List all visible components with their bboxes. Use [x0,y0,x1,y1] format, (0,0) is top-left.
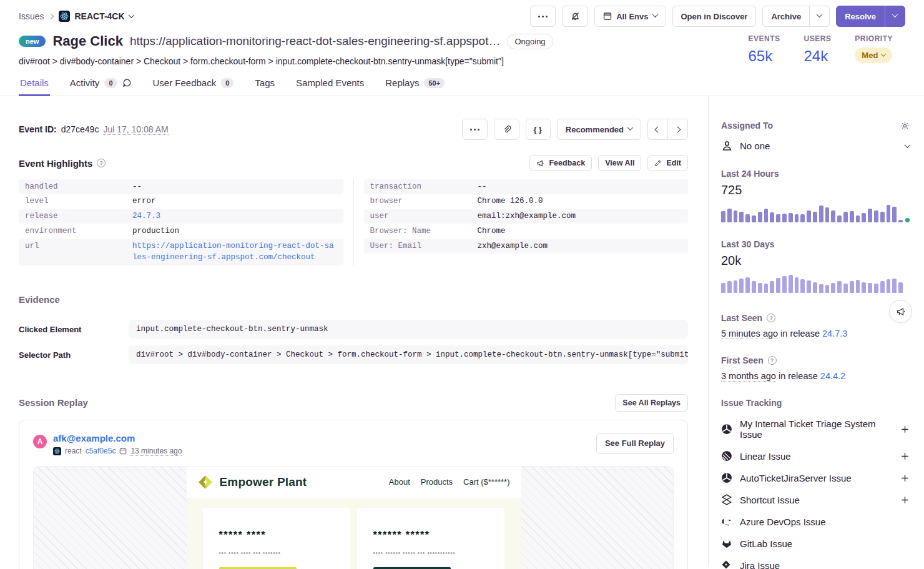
mute-alerts-button[interactable] [562,6,588,27]
plus-icon[interactable] [900,425,910,434]
open-in-discover-button[interactable]: Open in Discover [672,6,757,27]
plus-icon[interactable] [900,452,910,461]
release-link[interactable]: 24.7.3 [132,210,160,222]
highlight-row: Browser: NameChrome [364,224,689,239]
previous-event-button[interactable] [647,119,668,140]
first-seen-time[interactable]: 3 months ago [721,371,776,382]
tab-activity[interactable]: Activity 0 [69,74,133,96]
jira-server-icon [721,472,732,483]
floating-feedback-button[interactable] [889,300,912,323]
last-seen-time[interactable]: 5 minutes ago [721,329,778,339]
first-seen-section: First Seen 3 months ago in release 24.4.… [721,355,910,381]
histogram-bar [782,276,787,293]
avatar: A [33,435,47,448]
plus-icon[interactable] [900,495,910,505]
event-row: Event ID: d27ce49c Jul 17, 10:08 AM { } … [19,119,688,140]
replayed-site-brand: Empower Plant [220,475,307,489]
see-full-replay-button[interactable]: See Full Replay [596,433,674,454]
histogram-bar [825,207,830,222]
issue-tracking-title: Issue Tracking [721,398,910,408]
megaphone-icon [896,307,906,317]
more-actions-button[interactable] [530,6,556,27]
event-id-wrap: Event ID: d27ce49c Jul 17, 10:08 AM [19,124,169,135]
issue-title: Rage Click [52,33,123,49]
resolve-dropdown-button[interactable] [885,6,905,27]
replay-id-link[interactable]: c5af0e5c [86,447,116,455]
issue-tracking-item[interactable]: AutoTicketJiraServer Issue [721,472,910,483]
histogram-bar [850,211,854,222]
help-icon[interactable] [97,159,106,167]
replay-user-email-link[interactable]: afk@example.com [53,433,135,443]
assignee-dropdown[interactable]: No one [721,140,910,152]
column-divider [353,179,354,265]
highlight-row: release24.7.3 [19,209,343,224]
last-seen-release-link[interactable]: 24.7.3 [822,329,847,339]
histogram-bar [807,280,811,293]
replay-time-ago[interactable]: 13 minutes ago [130,447,182,456]
issue-tracking-item[interactable]: GitLab Issue [721,538,910,549]
histogram-bar [770,281,774,293]
gear-icon[interactable] [900,121,910,131]
last-seen-section: Last Seen 5 minutes ago in release 24.7.… [721,313,910,339]
chevron-left-icon [655,126,661,132]
event-timestamp[interactable]: Jul 17, 10:08 AM [103,124,168,135]
resolve-button[interactable]: Resolve [836,6,885,27]
person-icon [721,140,733,152]
event-attachments-button[interactable] [494,119,519,140]
archive-button[interactable]: Archive [762,6,810,27]
replayed-product-card: ****** ***** **** ****** ***** *** *****… [357,508,504,569]
tab-replays[interactable]: Replays 50+ [384,74,446,96]
stat-users-value[interactable]: 24k [804,47,831,65]
issue-short-id-selector[interactable]: REACT-4CK [59,11,133,22]
help-icon[interactable] [768,356,777,365]
last-24-hours-title: Last 24 Hours [721,169,910,179]
first-seen-release-link[interactable]: 24.4.2 [820,371,845,381]
json-braces-icon: { } [534,125,543,134]
last-30-days-histogram [721,274,910,293]
event-more-button[interactable] [462,119,488,140]
replayed-site-header: Empower Plant About Products Cart ($****… [187,467,521,498]
next-event-button[interactable] [668,119,688,140]
tab-user-feedback[interactable]: User Feedback 0 [152,74,235,96]
see-all-replays-button[interactable]: See All Replays [615,394,688,412]
plus-icon[interactable] [900,473,910,483]
event-sort-dropdown[interactable]: Recommended [557,119,641,140]
issue-tracking-item[interactable]: Shortcut Issue [721,494,910,505]
priority-dropdown[interactable]: Med [855,47,892,63]
issue-tracking-item[interactable]: Linear Issue [721,450,910,462]
archive-dropdown-button[interactable] [810,6,830,27]
replayed-add-to-cart-button: Add to cart — $****** [219,567,297,569]
feedback-button[interactable]: Feedback [529,155,592,171]
histogram-bar [764,284,769,293]
highlight-row: levelerror [19,194,343,209]
replayed-product-title: ***** **** [219,530,334,541]
replay-preview-screen[interactable]: Empower Plant About Products Cart ($****… [33,466,674,569]
help-icon[interactable] [767,314,775,322]
histogram-bar [837,215,842,222]
highlight-row: urlhttps://application-monitoring-react-… [19,239,343,265]
histogram-bar [721,211,725,222]
issue-short-id: REACT-4CK [74,11,124,21]
issue-url: https://application-monitoring-react-dot… [130,34,501,48]
issue-tracking-item[interactable]: My Internal Ticket Triage System Issue [721,418,910,440]
breadcrumb-issues-link[interactable]: Issues [19,11,44,21]
histogram-bar [813,212,817,222]
archive-button-group: Archive [762,6,830,27]
issue-tracking-item[interactable]: Jira Issue [721,560,910,569]
tab-tags[interactable]: Tags [253,74,276,96]
histogram-bar [819,205,823,222]
environment-selector-button[interactable]: All Envs [594,6,666,27]
status-badge: Ongoing [507,34,553,49]
issue-tracking-item[interactable]: Azure DevOps Issue [721,516,910,527]
url-link[interactable]: https://application-monitoring-react-dot… [132,240,337,264]
event-json-button[interactable]: { } [526,119,551,140]
tab-details[interactable]: Details [19,74,50,96]
stat-events-value[interactable]: 65k [748,47,780,65]
tab-sampled-events[interactable]: Sampled Events [295,74,365,96]
view-all-button[interactable]: View All [598,155,641,171]
last-seen-line: 5 minutes ago in release 24.7.3 [721,329,910,339]
evidence-section: Evidence Clicked Element input.complete-… [19,294,688,364]
edit-highlights-button[interactable]: Edit [647,155,688,171]
priority-value: Med [862,51,878,60]
replayed-product-desc: *** **** **** *** ******* [219,551,334,557]
